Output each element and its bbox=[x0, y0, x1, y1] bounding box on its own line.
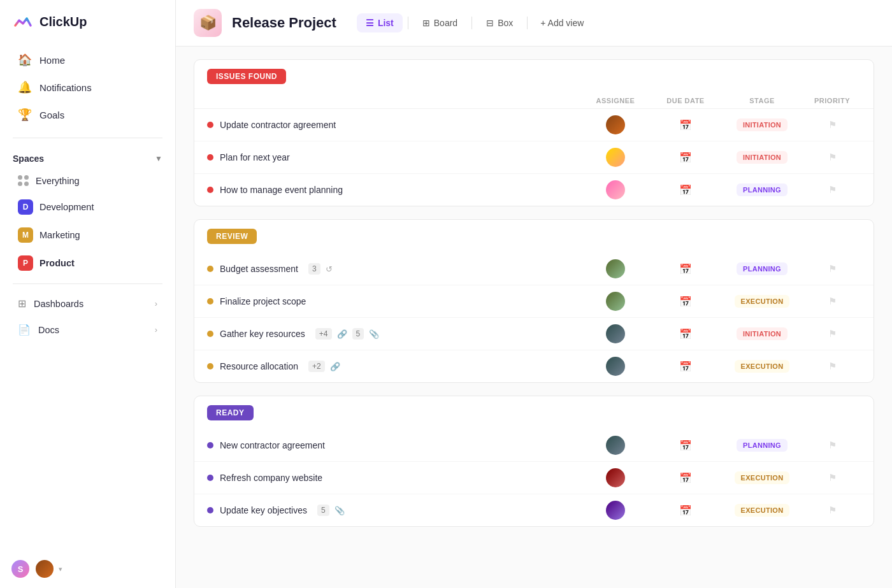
task-left: Update contractor agreement bbox=[207, 120, 580, 130]
table-row[interactable]: Budget assessment 3 ↺ 📅 PLANNING ⚑ bbox=[194, 253, 874, 285]
sidebar-item-marketing[interactable]: M Marketing bbox=[5, 222, 170, 248]
task-name: New contractor agreement bbox=[220, 440, 325, 450]
table-row[interactable]: Refresh company website 📅 EXECUTION ⚑ bbox=[194, 462, 874, 494]
calendar-icon: 📅 bbox=[679, 505, 692, 517]
calendar-icon: 📅 bbox=[679, 152, 692, 164]
table-row[interactable]: Plan for next year 📅 INITIATION ⚑ bbox=[194, 141, 874, 174]
meta-plus4: +4 bbox=[315, 328, 332, 340]
stage-badge: INITIATION bbox=[737, 327, 788, 340]
docs-icon: 📄 bbox=[18, 324, 31, 336]
spaces-header[interactable]: Spaces ▼ bbox=[0, 145, 175, 169]
chevron-right-icon2: › bbox=[155, 325, 157, 334]
clickup-logo-icon bbox=[13, 11, 33, 32]
stage-cell: INITIATION bbox=[721, 327, 803, 340]
task-dot bbox=[207, 475, 213, 481]
user-avatar-s[interactable]: S bbox=[10, 559, 31, 579]
tab-board[interactable]: ⊞ Board bbox=[414, 13, 466, 32]
table-row[interactable]: Update key objectives 5 📎 📅 EXECUTION ⚑ bbox=[194, 494, 874, 526]
flag-icon: ⚑ bbox=[828, 184, 837, 196]
group-header-issues: ISSUES FOUND bbox=[194, 60, 874, 93]
task-meta: +4 🔗 5 📎 bbox=[315, 328, 379, 340]
flag-icon: ⚑ bbox=[828, 472, 837, 484]
calendar-icon: 📅 bbox=[679, 263, 692, 275]
add-view-button[interactable]: + Add view bbox=[533, 13, 591, 32]
bell-icon: 🔔 bbox=[18, 80, 32, 94]
flag-icon: ⚑ bbox=[828, 328, 837, 340]
chevron-down-icon: ▼ bbox=[155, 154, 162, 163]
sidebar-item-everything[interactable]: Everything bbox=[5, 169, 170, 192]
tab-box[interactable]: ⊟ Box bbox=[477, 13, 522, 32]
stage-cell: EXECUTION bbox=[721, 295, 803, 308]
assignee-cell bbox=[580, 436, 651, 455]
divider bbox=[13, 138, 162, 138]
logo-area[interactable]: ClickUp bbox=[0, 0, 175, 43]
sidebar-item-home[interactable]: 🏠 Home bbox=[5, 47, 170, 73]
meta-count: 3 bbox=[308, 263, 320, 275]
sidebar-item-everything-label: Everything bbox=[36, 176, 80, 186]
group-header-review: REVIEW bbox=[194, 220, 874, 253]
table-row[interactable]: Gather key resources +4 🔗 5 📎 📅 INITIATI… bbox=[194, 318, 874, 350]
col-header-assignee: ASSIGNEE bbox=[580, 97, 651, 104]
stage-badge: INITIATION bbox=[737, 118, 788, 131]
stage-badge: PLANNING bbox=[737, 439, 788, 452]
table-row[interactable]: Resource allocation +2 🔗 📅 EXECUTION ⚑ bbox=[194, 350, 874, 382]
chevron-right-icon: › bbox=[155, 299, 157, 308]
date-cell: 📅 bbox=[651, 472, 721, 484]
table-row[interactable]: Update contractor agreement 📅 INITIATION… bbox=[194, 109, 874, 141]
sidebar-item-product-label: Product bbox=[40, 258, 75, 268]
flag-icon: ⚑ bbox=[828, 361, 837, 372]
sidebar-item-goals[interactable]: 🏆 Goals bbox=[5, 101, 170, 128]
sidebar-item-marketing-label: Marketing bbox=[40, 230, 80, 240]
stage-cell: PLANNING bbox=[721, 439, 803, 452]
link-icon2: 🔗 bbox=[330, 362, 340, 371]
user-avatar-2[interactable] bbox=[34, 559, 55, 579]
tab-divider3 bbox=[527, 17, 528, 29]
flag-icon: ⚑ bbox=[828, 505, 837, 516]
calendar-icon: 📅 bbox=[679, 296, 692, 308]
assignee-cell bbox=[580, 357, 651, 376]
assignee-cell bbox=[580, 180, 651, 199]
date-cell: 📅 bbox=[651, 184, 721, 196]
date-cell: 📅 bbox=[651, 119, 721, 131]
stage-badge: EXECUTION bbox=[735, 504, 790, 517]
assignee-cell bbox=[580, 468, 651, 487]
col-header-priority: PRIORITY bbox=[803, 97, 861, 104]
sidebar-item-docs[interactable]: 📄 Docs › bbox=[5, 317, 170, 342]
tab-list[interactable]: ☰ List bbox=[357, 13, 403, 32]
task-dot bbox=[207, 331, 213, 337]
avatar bbox=[606, 468, 625, 487]
sidebar-item-development[interactable]: D Development bbox=[5, 194, 170, 220]
group-badge-issues: ISSUES FOUND bbox=[207, 69, 286, 84]
project-icon: 📦 bbox=[194, 9, 222, 37]
col-header-stage: STAGE bbox=[721, 97, 803, 104]
sidebar-item-dashboards[interactable]: ⊞ Dashboards › bbox=[5, 291, 170, 316]
group-review: REVIEW Budget assessment 3 ↺ 📅 PLANNING … bbox=[194, 219, 874, 383]
task-left: Gather key resources +4 🔗 5 📎 bbox=[207, 328, 580, 340]
meta-count5: 5 bbox=[352, 328, 364, 340]
stage-cell: EXECUTION bbox=[721, 471, 803, 484]
priority-cell: ⚑ bbox=[803, 361, 861, 372]
table-row[interactable]: How to manage event planning 📅 PLANNING … bbox=[194, 174, 874, 206]
stage-cell: PLANNING bbox=[721, 183, 803, 196]
task-dot bbox=[207, 187, 213, 193]
sidebar-item-notifications[interactable]: 🔔 Notifications bbox=[5, 74, 170, 101]
table-row[interactable]: New contractor agreement 📅 PLANNING ⚑ bbox=[194, 429, 874, 462]
sidebar-item-docs-label: Docs bbox=[38, 325, 59, 335]
stage-badge: PLANNING bbox=[737, 262, 788, 275]
project-header: 📦 Release Project ☰ List ⊞ Board ⊟ Box +… bbox=[176, 0, 892, 47]
column-headers: ASSIGNEE DUE DATE STAGE PRIORITY bbox=[194, 93, 874, 109]
avatar bbox=[606, 259, 625, 278]
sidebar-item-goals-label: Goals bbox=[40, 110, 64, 120]
sidebar-item-product[interactable]: P Product bbox=[5, 250, 170, 276]
sidebar-item-notifications-label: Notifications bbox=[40, 82, 92, 93]
task-left: How to manage event planning bbox=[207, 185, 580, 195]
task-left: Budget assessment 3 ↺ bbox=[207, 263, 580, 275]
flag-icon: ⚑ bbox=[828, 296, 837, 307]
trophy-icon: 🏆 bbox=[18, 108, 32, 122]
calendar-icon: 📅 bbox=[679, 440, 692, 452]
table-row[interactable]: Finalize project scope 📅 EXECUTION ⚑ bbox=[194, 285, 874, 318]
user-menu-dropdown[interactable]: ▾ bbox=[59, 565, 62, 573]
task-name: Gather key resources bbox=[220, 329, 305, 339]
date-cell: 📅 bbox=[651, 361, 721, 373]
box-icon: ⊟ bbox=[486, 18, 494, 28]
